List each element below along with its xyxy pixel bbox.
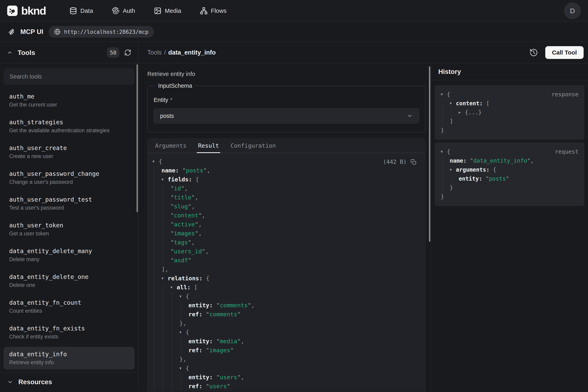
json-line: "id", [153,184,416,193]
nav-item-label: Auth [123,8,135,14]
avatar-initial: D [570,7,575,15]
tool-list-item[interactable]: data_entity_fn_existsCheck if entity exi… [3,321,135,344]
indent-guide [162,301,171,310]
json-line: name: "posts", [153,166,416,175]
collapse-arrow-icon[interactable]: ▼ [162,274,168,283]
indent-guide [171,310,180,319]
tool-description: Count entities [9,308,129,314]
indent-guide [441,99,450,108]
collapse-arrow-icon[interactable]: ▼ [450,99,456,108]
mcp-title: MCP UI [20,28,43,36]
tab-result[interactable]: Result [197,139,219,153]
json-line: ▼{ [153,328,416,337]
indent-guide [441,117,450,126]
indent-guide [180,301,189,310]
collapse-arrow-icon[interactable]: ▼ [180,292,186,301]
tool-description: Check if entity exists [9,334,129,340]
nav-item-auth[interactable]: Auth [112,7,135,14]
collapse-arrow-icon[interactable]: ▼ [441,90,447,99]
brand-logo[interactable]: bknd [7,5,46,16]
indent-guide [162,256,171,265]
history-list: response▼{▼content: [▶{...}]}request▼{na… [431,80,588,392]
json-line: "images", [153,229,416,238]
sidebar-scrollbar-thumb[interactable] [137,64,138,212]
tool-name: auth_me [9,93,129,100]
collapse-arrow-icon[interactable]: ▼ [180,328,186,337]
collapse-arrow-icon[interactable]: ▼ [441,147,447,156]
tools-section-header[interactable]: Tools 50 [0,42,138,64]
tool-list-item[interactable]: auth_meGet the current user [3,89,135,112]
json-line: "content", [153,211,416,220]
right-region: Tools / data_entity_info Call Tool Retri… [139,42,588,392]
search-input[interactable] [3,68,135,85]
tool-list-item[interactable]: auth_user_password_testTest a user's pas… [3,192,135,215]
collapse-arrow-icon[interactable]: ▼ [153,157,159,166]
mcp-bar: MCP UI http://localhost:28623/mcp [0,22,588,42]
history-entry-request[interactable]: request▼{name: "data_entity_info",▼argum… [435,142,585,206]
history-entry-response[interactable]: response▼{▼content: [▶{...}]} [435,85,585,140]
tool-list-item[interactable]: auth_user_password_changeChange a user's… [3,166,135,189]
tool-list-item[interactable]: data_entity_delete_manyDelete many [3,244,135,266]
indent-guide [162,337,171,346]
tool-list-item[interactable]: data_entity_delete_oneDelete one [3,270,135,292]
history-button[interactable] [527,46,540,59]
tool-list-item[interactable]: auth_user_tokenGet a user token [3,218,135,240]
breadcrumb-section[interactable]: Tools [147,49,162,56]
indent-guide [153,256,162,265]
indent-guide [153,337,162,346]
indent-guide [162,328,171,337]
indent-guide [162,238,171,247]
nav-item-media[interactable]: Media [154,7,181,14]
indent-guide [162,382,171,391]
tool-name: data_entity_delete_one [9,273,129,280]
expand-arrow-icon[interactable]: ▶ [459,108,465,117]
primary-nav: Data Auth Media Flows [69,7,226,14]
entity-select[interactable]: posts [153,108,419,124]
indent-guide [162,229,171,238]
tool-list-item[interactable]: data_entity_fn_countCount entities [3,295,135,318]
tool-list-item[interactable]: auth_strategiesGet the available authent… [3,115,135,138]
collapse-arrow-icon[interactable]: ▼ [180,364,186,373]
indent-guide [162,310,171,319]
tool-description: Delete one [9,282,129,288]
main-scrollbar-thumb[interactable] [429,66,430,242]
breadcrumb-current: data_entity_info [168,49,216,56]
collapse-arrow-icon[interactable]: ▼ [450,165,456,174]
tool-detail-pane: Retrieve entity info InputSchema Entity*… [139,64,431,392]
copy-button[interactable] [410,159,416,165]
nav-item-flows[interactable]: Flows [200,7,226,14]
tool-list-item[interactable]: auth_user_createCreate a new user [3,141,135,163]
panes: Retrieve entity info InputSchema Entity*… [139,64,588,392]
tool-name: auth_strategies [9,119,129,126]
tool-list-item[interactable]: data_entity_infoRetrieve entity info [3,347,135,370]
tool-name: data_entity_fn_count [9,299,129,306]
indent-guide [153,274,162,283]
resources-section-header[interactable]: Resources [0,372,138,392]
tab-arguments[interactable]: Arguments [155,139,187,153]
indent-guide [153,373,162,382]
tool-description: Get the current user [9,102,129,108]
history-entry-type: response [552,90,579,99]
indent-guide [450,108,459,117]
call-tool-button[interactable]: Call Tool [545,46,584,59]
refresh-button[interactable] [124,49,131,56]
indent-guide [162,283,171,292]
history-title: History [431,64,588,80]
nav-item-data[interactable]: Data [69,7,93,14]
result-size: (442 B) [383,159,406,165]
mcp-url-pill[interactable]: http://localhost:28623/mcp [48,26,154,38]
indent-guide [171,373,180,382]
indent-guide [162,184,171,193]
input-schema-fieldset: InputSchema Entity* posts [147,82,425,132]
indent-guide [162,193,171,202]
user-avatar[interactable]: D [564,2,581,19]
tab-configuration[interactable]: Configuration [230,139,276,153]
indent-guide [171,328,180,337]
collapse-arrow-icon[interactable]: ▼ [162,175,168,184]
indent-guide [162,292,171,301]
indent-guide [162,364,171,373]
json-line: ▼content: [ [441,99,579,108]
collapse-arrow-icon[interactable]: ▼ [171,283,177,292]
indent-guide [153,310,162,319]
indent-guide [153,346,162,355]
